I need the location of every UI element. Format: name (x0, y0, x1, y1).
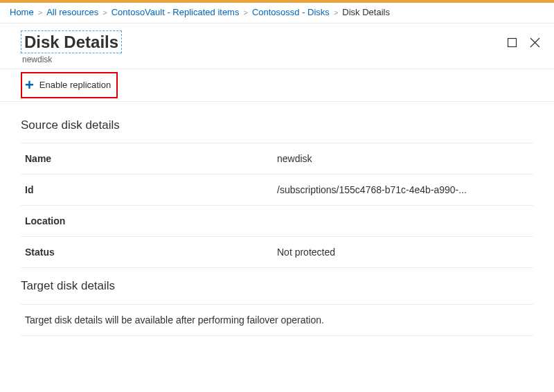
prop-label-id: Id (21, 184, 277, 195)
prop-value-status: Not protected (277, 247, 533, 258)
prop-value-id: /subscriptions/155c4768-b71c-4e4b-a990-.… (277, 184, 533, 195)
enable-replication-label: Enable replication (39, 80, 111, 90)
blade-title-wrap: Disk Details newdisk (21, 30, 122, 64)
source-details-table: Name newdisk Id /subscriptions/155c4768-… (21, 143, 533, 268)
breadcrumb-disks[interactable]: Contosossd - Disks (252, 7, 330, 17)
enable-replication-button[interactable]: + Enable replication (21, 72, 118, 98)
chevron-right-icon: > (334, 8, 338, 17)
table-row: Location (21, 205, 533, 237)
target-section-title: Target disk details (21, 279, 533, 293)
table-row: Status Not protected (21, 236, 533, 268)
prop-value-name: newdisk (277, 153, 533, 164)
prop-label-status: Status (21, 247, 277, 258)
content-area: Source disk details Name newdisk Id /sub… (0, 102, 554, 336)
page-title: Disk Details (21, 30, 122, 53)
source-section-title: Source disk details (21, 118, 533, 132)
plus-icon: + (25, 79, 34, 91)
breadcrumb: Home > All resources > ContosoVault - Re… (0, 3, 554, 24)
chevron-right-icon: > (102, 8, 107, 17)
breadcrumb-current: Disk Details (342, 7, 390, 17)
breadcrumb-vault[interactable]: ContosoVault - Replicated items (111, 7, 240, 17)
chevron-right-icon: > (38, 8, 42, 17)
breadcrumb-all-resources[interactable]: All resources (46, 7, 98, 17)
chevron-right-icon: > (243, 8, 247, 17)
close-icon[interactable] (530, 37, 540, 50)
target-info-message: Target disk details will be available af… (21, 304, 533, 336)
prop-value-location (277, 215, 533, 226)
page-subtitle: newdisk (21, 55, 122, 64)
restore-icon[interactable] (507, 37, 517, 50)
prop-label-location: Location (21, 215, 277, 226)
blade-controls (507, 30, 540, 50)
table-row: Id /subscriptions/155c4768-b71c-4e4b-a99… (21, 174, 533, 206)
prop-label-name: Name (21, 153, 277, 164)
blade-header: Disk Details newdisk (0, 24, 554, 69)
svg-rect-0 (508, 39, 517, 47)
toolbar: + Enable replication (0, 69, 554, 102)
table-row: Name newdisk (21, 143, 533, 175)
breadcrumb-home[interactable]: Home (10, 7, 34, 17)
